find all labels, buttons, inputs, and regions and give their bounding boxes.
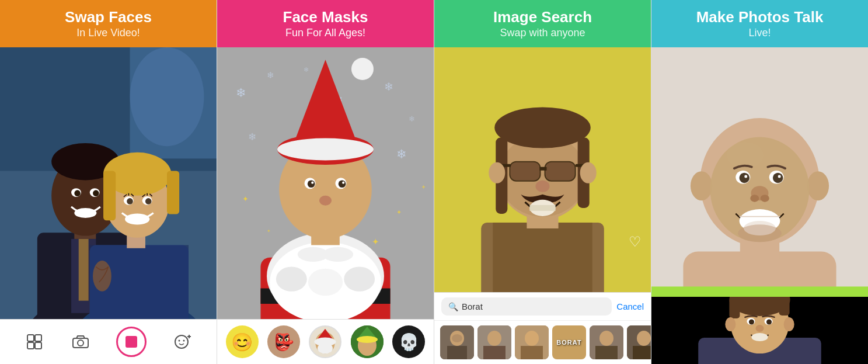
emoji-mask-icon[interactable]: 😊	[226, 325, 259, 358]
search-result-3[interactable]	[515, 325, 549, 359]
svg-text:✦: ✦	[267, 228, 271, 234]
svg-point-29	[93, 261, 111, 292]
elf-mask-icon[interactable]	[351, 325, 384, 358]
cancel-button[interactable]: Cancel	[616, 301, 644, 311]
svg-rect-112	[447, 346, 467, 359]
image-search-panel: Image Search Swap with anyone	[434, 0, 651, 364]
svg-point-157	[749, 319, 754, 324]
svg-text:❄: ❄	[236, 85, 246, 99]
svg-rect-106	[529, 204, 555, 210]
svg-rect-31	[35, 335, 41, 341]
search-result-5[interactable]	[590, 325, 623, 359]
panel-1-illustration	[0, 47, 217, 319]
face-masks-panel: Face Masks Fun For All Ages! ❄ ❄ ❄ ❄ ❄ ❄…	[217, 0, 434, 364]
svg-rect-22	[103, 171, 116, 220]
troll-mask-icon[interactable]: 👺	[267, 325, 300, 358]
make-photos-talk-panel: Make Photos Talk Live!	[651, 0, 868, 364]
search-input[interactable]: 🔍 Borat	[441, 297, 612, 316]
panel-1-image	[0, 47, 217, 319]
record-inner-icon	[126, 336, 137, 348]
svg-rect-23	[167, 171, 179, 214]
svg-point-120	[599, 331, 613, 346]
svg-point-56	[276, 266, 307, 291]
svg-point-87	[357, 336, 378, 343]
svg-rect-118	[521, 346, 543, 359]
svg-point-13	[74, 190, 81, 196]
svg-text:✦: ✦	[372, 237, 379, 247]
santa-mask-icon[interactable]	[309, 325, 341, 358]
panel-1-title: Swap Faces	[9, 8, 207, 26]
svg-point-38	[183, 340, 184, 342]
svg-point-136	[740, 172, 750, 182]
svg-text:✦: ✦	[421, 183, 426, 190]
svg-rect-101	[539, 167, 546, 170]
panel-3-bottom-bar: 🔍 Borat Cancel BORAT	[434, 292, 651, 364]
svg-point-123	[637, 331, 651, 346]
panel-1-bottom-bar	[0, 319, 217, 364]
panel-3-subtitle: Swap with anyone	[444, 26, 642, 40]
panel-4-image: ↑	[651, 47, 868, 364]
svg-point-26	[127, 198, 133, 204]
svg-point-36	[175, 335, 188, 348]
svg-text:✦: ✦	[242, 195, 249, 203]
svg-point-142	[761, 195, 769, 202]
search-result-1[interactable]	[440, 325, 474, 359]
record-button[interactable]	[116, 327, 147, 357]
svg-rect-7	[79, 238, 89, 300]
panel-4-top-illustration	[651, 47, 868, 295]
search-result-4[interactable]: BORAT	[552, 325, 586, 359]
svg-point-71	[311, 181, 313, 183]
svg-point-69	[308, 180, 315, 188]
skull-mask-icon[interactable]: 💀	[392, 325, 425, 358]
svg-rect-146	[651, 286, 868, 295]
search-result-2[interactable]	[477, 325, 511, 359]
svg-point-70	[339, 180, 346, 188]
panel-4-header: Make Photos Talk Live!	[651, 0, 868, 47]
svg-point-158	[766, 319, 772, 324]
search-magnifier-icon: 🔍	[448, 302, 458, 311]
search-result-6[interactable]	[627, 325, 651, 359]
swap-faces-panel: Swap Faces In Live Video!	[0, 0, 217, 364]
svg-point-73	[319, 195, 332, 205]
svg-point-15	[74, 208, 96, 218]
svg-point-131	[691, 171, 712, 200]
svg-rect-90	[493, 223, 592, 292]
panel-2-bottom-bar: 😊 👺 💀	[217, 319, 434, 364]
search-value: Borat	[462, 301, 483, 311]
svg-point-58	[344, 266, 375, 291]
svg-text:❄: ❄	[396, 147, 407, 161]
panel-3-illustration	[434, 47, 651, 292]
panel-4-subtitle: Live!	[661, 26, 859, 40]
svg-point-37	[178, 340, 180, 342]
svg-point-83	[318, 343, 333, 354]
svg-point-107	[489, 162, 505, 183]
svg-point-96	[494, 107, 590, 148]
svg-rect-3	[130, 47, 217, 158]
panel-2-image: ❄ ❄ ❄ ❄ ❄ ❄ ❄ ❄	[217, 47, 434, 319]
svg-text:❄: ❄	[384, 81, 393, 93]
search-bar: 🔍 Borat Cancel	[434, 293, 651, 321]
svg-point-160	[751, 333, 768, 341]
svg-rect-99	[510, 162, 539, 180]
svg-rect-100	[546, 162, 575, 180]
gallery-icon[interactable]	[24, 331, 45, 352]
svg-text:✦: ✦	[396, 208, 402, 215]
panel-3-header: Image Search Swap with anyone	[434, 0, 651, 47]
svg-point-72	[342, 181, 344, 183]
camera-flip-icon[interactable]	[70, 331, 91, 352]
svg-point-57	[308, 268, 343, 296]
panel-2-header: Face Masks Fun For All Ages!	[217, 0, 434, 47]
svg-rect-154	[779, 298, 790, 316]
svg-point-141	[750, 195, 759, 202]
svg-point-114	[487, 331, 501, 346]
svg-text:❄: ❄	[304, 66, 309, 73]
svg-point-145	[738, 224, 782, 242]
emoji-add-icon[interactable]	[172, 331, 193, 352]
panel-1-header: Swap Faces In Live Video!	[0, 0, 217, 47]
svg-point-132	[807, 171, 829, 200]
svg-point-137	[773, 172, 783, 182]
svg-point-138	[744, 175, 747, 178]
heart-icon[interactable]: ♡	[629, 234, 642, 250]
svg-point-162	[784, 317, 794, 331]
panel-4-title: Make Photos Talk	[661, 8, 859, 26]
